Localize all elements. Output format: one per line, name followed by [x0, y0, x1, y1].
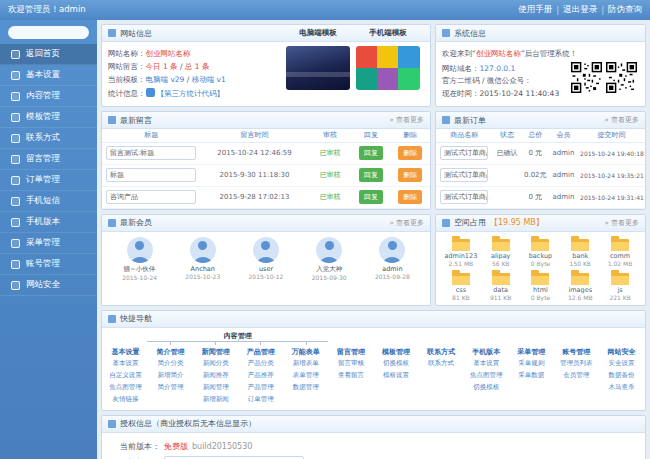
quick-nav-link[interactable]: 管理员列表 [560, 358, 593, 370]
quick-nav-link[interactable]: 产品推荐 [248, 370, 274, 382]
quick-nav-link[interactable]: 基本设置 [473, 358, 499, 370]
sidebar-item-sms[interactable]: 手机短信 [0, 191, 97, 212]
quick-nav-link[interactable]: 友情链接 [113, 394, 139, 406]
delete-button[interactable]: 删除 [398, 168, 422, 182]
quick-nav-link[interactable]: 焦点图管理 [470, 370, 503, 382]
license-icon [108, 420, 116, 428]
order-product[interactable]: 测试式订单商品 [440, 168, 488, 182]
sidebar-item-order[interactable]: 订单管理 [0, 170, 97, 191]
logout-link[interactable]: 退出登录 [563, 4, 597, 16]
quick-nav-header[interactable]: 基本设置 [112, 345, 140, 358]
quick-nav-link[interactable]: 简介分类 [158, 358, 184, 370]
sidebar-item-message[interactable]: 留言管理 [0, 149, 97, 170]
quick-nav-link[interactable]: 联系方式 [428, 358, 454, 370]
quick-nav-link[interactable]: 订单管理 [248, 394, 274, 406]
member-card[interactable]: admin2015-09-28 [361, 237, 424, 281]
order-product[interactable]: 测试式订单商品 [440, 146, 488, 160]
quick-nav-link[interactable]: 简介管理 [158, 382, 184, 394]
folder-item[interactable]: html0 Byte [522, 270, 560, 301]
quick-nav-header[interactable]: 账号管理 [562, 345, 590, 358]
quick-nav-header[interactable]: 新闻管理 [202, 345, 230, 358]
delete-button[interactable]: 删除 [398, 146, 422, 160]
quick-nav-link[interactable]: 安全设置 [608, 358, 634, 370]
search-input[interactable] [8, 26, 89, 39]
license-code-input[interactable] [164, 456, 304, 459]
orders-more-link[interactable]: » 查看更多 [604, 115, 639, 125]
quick-nav-header[interactable]: 手机版本 [472, 345, 500, 358]
member-card[interactable]: 猫~小伙伴2015-10-24 [108, 237, 171, 281]
security-check-link[interactable]: 防伪查询 [608, 4, 642, 16]
quick-nav-link[interactable]: 新闻推荐 [203, 370, 229, 382]
reply-button[interactable]: 回复 [359, 190, 383, 204]
quick-nav-header[interactable]: 联系方式 [427, 345, 455, 358]
member-card[interactable]: user2015-10-12 [234, 237, 297, 281]
sidebar-item-home[interactable]: 返回首页 [0, 44, 97, 65]
quick-nav-link[interactable]: 新增新闻 [203, 394, 229, 406]
sidebar-item-content[interactable]: 内容管理 [0, 86, 97, 107]
folder-item[interactable]: backup0 Byte [522, 236, 560, 267]
folder-item[interactable]: js221 KB [601, 270, 639, 301]
mobile-template-thumbnail[interactable] [356, 46, 420, 90]
quick-nav-link[interactable]: 查看留言 [338, 370, 364, 382]
sidebar-item-basic-settings[interactable]: 基本设置 [0, 65, 97, 86]
quick-nav-link[interactable]: 自定义设置 [109, 370, 142, 382]
quick-nav-link[interactable]: 基本设置 [113, 358, 139, 370]
quick-nav-link[interactable]: 采单规则 [518, 358, 544, 370]
folder-item[interactable]: alipay56 KB [482, 236, 520, 267]
members-more-link[interactable]: » 查看更多 [389, 218, 424, 228]
quick-nav-link[interactable]: 产品管理 [248, 382, 274, 394]
quick-nav-link[interactable]: 采单数据 [518, 370, 544, 382]
quick-nav-link[interactable]: 切换模板 [473, 382, 499, 394]
quick-nav-header[interactable]: 模板管理 [382, 345, 410, 358]
quick-nav-link[interactable]: 数据备份 [608, 370, 634, 382]
quick-nav-link[interactable]: 留言审核 [338, 358, 364, 370]
member-card[interactable]: Anchan2015-10-23 [171, 237, 234, 281]
folder-item[interactable]: comm1.02 MB [601, 236, 639, 267]
sidebar-item-security[interactable]: 网站安全 [0, 275, 97, 296]
quick-nav-link[interactable]: 产品分类 [248, 358, 274, 370]
pc-template-link[interactable]: 电脑端 v29 [146, 75, 185, 84]
folder-item[interactable]: css81 KB [442, 270, 480, 301]
quick-nav-header[interactable]: 留言管理 [337, 345, 365, 358]
folder-item[interactable]: data911 KB [482, 270, 520, 301]
sidebar-item-contact[interactable]: 联系方式 [0, 128, 97, 149]
disk-more-link[interactable]: » 查看更多 [604, 218, 639, 228]
quick-nav-header[interactable]: 简介管理 [157, 345, 185, 358]
quick-nav-link[interactable]: 模板设置 [383, 370, 409, 382]
folder-item[interactable]: bank150 KB [561, 236, 599, 267]
quick-nav-header[interactable]: 采单管理 [517, 345, 545, 358]
message-title[interactable]: 留言测试:标题 [106, 146, 196, 160]
quick-nav-link[interactable]: 数据管理 [293, 382, 319, 394]
stats-code-link[interactable]: 【第三方统计代码】 [157, 89, 225, 98]
quick-nav-link[interactable]: 新闻分类 [203, 358, 229, 370]
messages-more-link[interactable]: » 查看更多 [389, 115, 424, 125]
sidebar-item-template[interactable]: 模板管理 [0, 107, 97, 128]
pc-template-thumbnail[interactable] [286, 46, 350, 90]
member-card[interactable]: 入党大神2015-09-30 [298, 237, 361, 281]
order-product[interactable]: 测试式订单商品 [440, 190, 488, 204]
quick-nav-link[interactable]: 木马查杀 [608, 382, 634, 394]
quick-nav-link[interactable]: 表单管理 [293, 370, 319, 382]
quick-nav-link[interactable]: 焦点图管理 [109, 382, 142, 394]
quick-nav-link[interactable]: 新增表单 [293, 358, 319, 370]
mobile-template-link[interactable]: 移动端 v1 [192, 75, 226, 84]
sidebar: 返回首页 基本设置 内容管理 模板管理 联系方式 留言管理 订单管理 手机短信 … [0, 20, 97, 459]
folder-item[interactable]: images12.6 MB [561, 270, 599, 301]
message-title[interactable]: 咨询产品 [106, 190, 196, 204]
quick-nav-link[interactable]: 新闻管理 [203, 382, 229, 394]
quick-nav-header[interactable]: 网站安全 [607, 345, 635, 358]
quick-nav-header[interactable]: 产品管理 [247, 345, 275, 358]
quick-nav-header[interactable]: 万能表单 [292, 345, 320, 358]
quick-nav-link[interactable]: 新增简介 [158, 370, 184, 382]
quick-nav-link[interactable]: 切换模板 [383, 358, 409, 370]
manual-link[interactable]: 使用手册 [518, 4, 552, 16]
sidebar-item-account[interactable]: 账号管理 [0, 254, 97, 275]
quick-nav-link[interactable]: 会员管理 [563, 370, 589, 382]
folder-item[interactable]: admin1232.51 MB [442, 236, 480, 267]
delete-button[interactable]: 删除 [398, 190, 422, 204]
message-title[interactable]: 标题 [106, 168, 196, 182]
reply-button[interactable]: 回复 [359, 146, 383, 160]
sidebar-item-collect[interactable]: 采单管理 [0, 233, 97, 254]
reply-button[interactable]: 回复 [359, 168, 383, 182]
sidebar-item-mobile[interactable]: 手机版本 [0, 212, 97, 233]
